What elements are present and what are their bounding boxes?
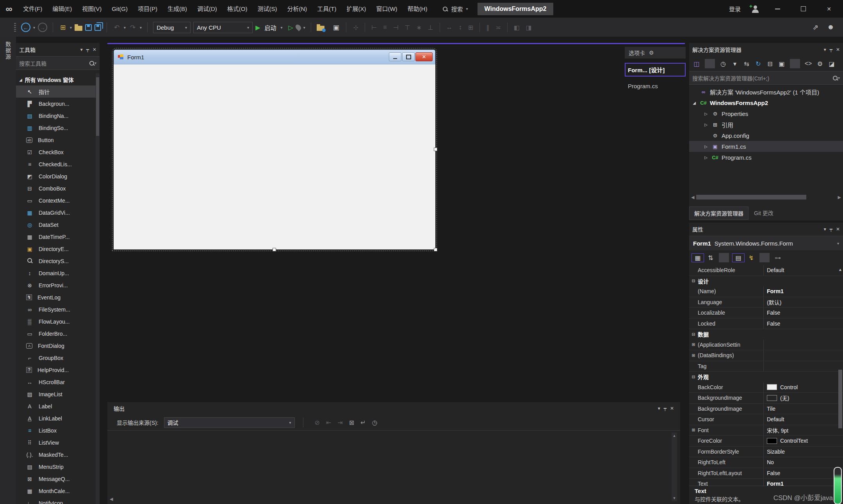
message-filter-icon[interactable]: ⊘ — [315, 419, 320, 426]
form-minimize-button[interactable] — [389, 52, 401, 61]
property-value[interactable]: Form1 — [764, 286, 843, 297]
toolbox-item[interactable]: A Label — [16, 400, 100, 412]
toolbox-item[interactable]: ↖ 指针 — [16, 85, 100, 98]
switch-views-icon[interactable]: ◫ — [692, 60, 702, 68]
save-icon[interactable] — [85, 24, 92, 31]
tree-item[interactable]: ∞ 解决方案 'WindowsFormsApp2' (1 个项目) — [689, 86, 843, 97]
toolbox-item[interactable]: ▦ DateTimeP... — [16, 231, 100, 243]
word-wrap-icon[interactable]: ↵ — [360, 419, 365, 426]
property-value[interactable]: (默认) — [764, 297, 843, 308]
solution-explorer-close-icon[interactable]: ✕ — [836, 47, 840, 52]
start-button-label[interactable]: 启动 — [264, 23, 276, 32]
close-button[interactable]: ✕ — [821, 0, 837, 18]
expander-icon[interactable]: ▷ — [703, 123, 709, 127]
property-row[interactable]: ⊞ Font 宋体, 9pt — [689, 425, 843, 436]
properties-menu-icon[interactable]: ▾ — [824, 226, 826, 232]
toolbox-item[interactable]: ↔ HScrollBar — [16, 376, 100, 388]
resize-handle-south[interactable] — [273, 248, 276, 251]
document-tab[interactable]: Form... [设计] — [625, 63, 686, 77]
solution-explorer-search-input[interactable]: 搜索解决方案资源管理器(Ctrl+;) ▾ — [689, 71, 843, 85]
align-rights-icon[interactable]: ⊣ — [393, 24, 399, 31]
form-design-surface[interactable]: Form1 ✕ — [114, 50, 435, 249]
toolbox-pin-icon[interactable]: ┯ — [86, 47, 89, 52]
toolbox-search-input[interactable]: 搜索工具箱 ▾ — [16, 56, 100, 70]
toolbox-item[interactable]: ○ DirectoryS... — [16, 255, 100, 267]
expand-collapse-icon[interactable] — [689, 286, 698, 297]
toolbox-item[interactable]: ⊗ ErrorProvi... — [16, 279, 100, 291]
menu-item[interactable]: 工具(T) — [312, 0, 341, 18]
toolbox-item[interactable]: ⠿ ListView — [16, 436, 100, 449]
toolbox-item[interactable]: ▥ BindingSo... — [16, 122, 100, 134]
property-value[interactable]: Sizable — [764, 447, 843, 457]
open-file-icon[interactable] — [75, 26, 82, 31]
save-all-icon[interactable] — [94, 24, 101, 31]
property-row[interactable]: Locked False — [689, 319, 843, 329]
properties-view-icon[interactable]: ▤ — [732, 253, 745, 262]
property-row[interactable]: ⊞ (DataBindings) — [689, 350, 843, 361]
property-row[interactable]: ⊞ (ApplicationSettin — [689, 340, 843, 351]
toolbox-scrollbar[interactable] — [96, 73, 100, 504]
property-value[interactable]: Default — [764, 414, 843, 425]
navigate-forward-icon[interactable]: → — [38, 23, 47, 32]
property-value[interactable] — [764, 340, 843, 350]
separator[interactable] — [705, 59, 715, 68]
pending-changes-filter-icon[interactable]: ◷ — [718, 60, 728, 68]
toolbox-item[interactable]: ▒ FlowLayou... — [16, 315, 100, 328]
undo-icon[interactable]: ↶ — [112, 23, 121, 32]
property-row[interactable]: BackColor Control — [689, 382, 843, 393]
menu-item[interactable]: 生成(B) — [162, 0, 192, 18]
form-title-bar[interactable]: Form1 ✕ — [114, 50, 435, 64]
solution-explorer-pin-icon[interactable]: ┯ — [830, 47, 832, 52]
scrollbar-thumb[interactable] — [696, 195, 806, 199]
toolbox-item[interactable]: (.). MaskedTe... — [16, 449, 100, 461]
expand-collapse-icon[interactable] — [689, 414, 698, 425]
menu-item[interactable]: Git(G) — [107, 0, 133, 18]
document-tab[interactable]: Program.cs — [625, 81, 686, 91]
dock-tab[interactable]: Git 更改 — [749, 207, 778, 219]
toolbox-item[interactable]: A FontDialog — [16, 340, 100, 352]
project-name-badge[interactable]: WindowsFormsApp2 — [478, 3, 554, 15]
tree-item[interactable]: ▷ C# Program.cs — [689, 152, 843, 163]
property-value[interactable]: Control — [764, 382, 843, 393]
property-row[interactable]: BackgroundImage Tile — [689, 404, 843, 415]
output-close-icon[interactable]: ✕ — [670, 406, 674, 411]
tree-item[interactable]: ◢ C# WindowsFormsApp2 — [689, 97, 843, 108]
same-height-icon[interactable]: ↕ — [459, 24, 462, 31]
separator[interactable] — [719, 253, 729, 262]
timestamp-icon[interactable]: ◷ — [372, 419, 378, 426]
separator[interactable] — [365, 23, 365, 32]
toolbox-item[interactable]: ↯ EventLog — [16, 291, 100, 303]
property-value[interactable]: False — [764, 468, 843, 479]
expand-collapse-icon[interactable] — [689, 393, 698, 403]
configuration-dropdown[interactable]: Debug▾ — [153, 22, 191, 33]
property-value[interactable]: (无) — [764, 393, 843, 403]
property-row[interactable]: Language (默认) — [689, 297, 843, 308]
tree-item[interactable]: ▷ ⊞ 引用 — [689, 119, 843, 130]
categorized-icon[interactable]: ▦ — [692, 253, 704, 262]
output-pin-icon[interactable]: ┯ — [664, 406, 667, 411]
toolbox-item[interactable]: ⌐ GroupBox — [16, 352, 100, 364]
resize-handle-southeast[interactable] — [434, 248, 437, 251]
toolbox-item[interactable]: ≡ ListBox — [16, 424, 100, 436]
expand-collapse-icon[interactable] — [689, 308, 698, 318]
goto-previous-message-icon[interactable]: ⇤ — [326, 419, 331, 426]
toolbox-item[interactable]: ▦ DataGridVi... — [16, 207, 100, 219]
preview-selected-items-icon[interactable]: ◪ — [827, 60, 837, 68]
undo-dropdown-icon[interactable]: ▾ — [124, 25, 126, 30]
search-control[interactable]: 搜索 ▾ — [442, 5, 468, 13]
properties-icon[interactable]: ⚙ — [815, 60, 825, 68]
toolbox-item[interactable]: ab Button — [16, 134, 100, 146]
menu-item[interactable]: 项目(P) — [133, 0, 162, 18]
property-value[interactable]: False — [764, 319, 843, 329]
expand-collapse-icon[interactable]: ⊟ — [689, 372, 698, 382]
property-row[interactable]: Cursor Default — [689, 414, 843, 425]
vertical-spacing-icon[interactable]: ≍ — [495, 24, 501, 31]
toolbox-item[interactable]: ◩ ColorDialog — [16, 170, 100, 182]
navigate-back-icon[interactable]: ← — [21, 23, 30, 32]
property-row[interactable]: ⊟ 外观 — [689, 372, 843, 382]
separator[interactable] — [440, 23, 440, 32]
expand-collapse-icon[interactable] — [689, 457, 698, 468]
separator[interactable] — [790, 59, 800, 68]
minimize-button[interactable] — [770, 0, 785, 18]
menu-item[interactable]: 扩展(X) — [341, 0, 371, 18]
